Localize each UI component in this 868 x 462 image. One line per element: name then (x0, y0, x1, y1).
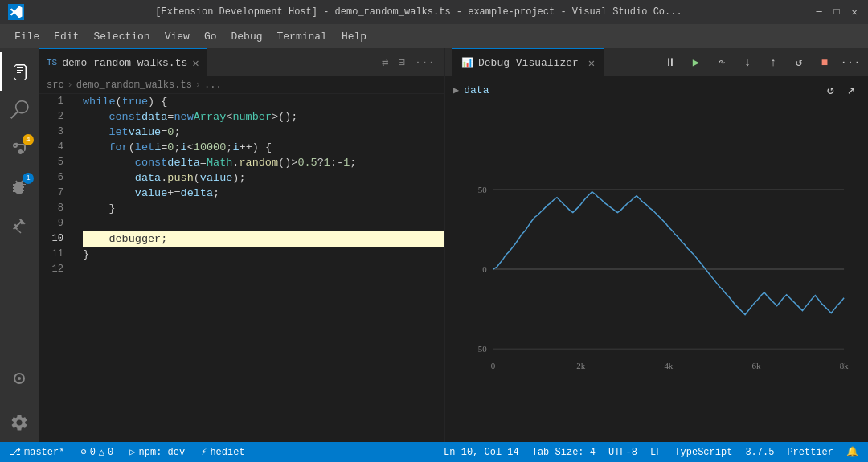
right-panel: 📊 Debug Visualizer ✕ ⏸ ▶ ↷ ↓ ↑ ↺ ■ ··· ▶… (444, 48, 868, 442)
code-editor: 1 2 3 4 5 6 7 8 9 10 11 12 while (true) … (39, 94, 444, 442)
stop-button[interactable]: ■ (813, 51, 836, 74)
more-debug-button[interactable]: ··· (839, 51, 862, 74)
formatter-status[interactable]: Prettier (784, 442, 837, 462)
menu-debug[interactable]: Debug (224, 27, 268, 46)
tab-actions: ⇄ ⊟ ··· (372, 48, 444, 76)
notifications-bell[interactable]: 🔔 (843, 442, 862, 462)
refresh-vis-button[interactable]: ↺ (822, 80, 840, 100)
language-label: TypeScript (674, 447, 732, 458)
tab-close-button[interactable]: ✕ (192, 56, 199, 70)
debug-tab-label: Debug Visualizer (478, 57, 579, 69)
code-line-7: value += delta; (83, 186, 444, 201)
hediet-label: hediet (210, 447, 244, 458)
activity-source-control[interactable]: 4 (0, 129, 39, 168)
menu-view[interactable]: View (158, 27, 196, 46)
error-icon: ⊘ (80, 446, 86, 458)
activity-settings[interactable] (0, 403, 39, 442)
breadcrumb-src[interactable]: src (47, 80, 64, 91)
activity-search[interactable] (0, 91, 39, 129)
debug-badge: 1 (23, 173, 34, 184)
chart-area: 50 0 -50 0 2k 4k 6k 8k (445, 104, 868, 442)
layout-button[interactable]: ⊟ (395, 54, 407, 71)
language-status[interactable]: TypeScript (671, 442, 735, 462)
restart-button[interactable]: ↺ (788, 51, 810, 74)
code-line-12 (83, 262, 444, 277)
activity-extensions[interactable] (0, 206, 39, 245)
hediet-icon: ⚡ (201, 446, 207, 458)
code-line-6: data.push(value); (83, 170, 444, 186)
encoding-label: UTF-8 (608, 447, 637, 458)
code-line-5: const delta = Math.random() > 0.5 ? 1 : … (83, 155, 444, 170)
step-into-button[interactable]: ↓ (736, 51, 759, 74)
error-count: 0 (90, 447, 96, 458)
menu-selection[interactable]: Selection (87, 27, 156, 46)
line-num-3: 3 (39, 125, 68, 140)
tab-size-label: Tab Size: 4 (532, 447, 596, 458)
branch-name: master* (24, 447, 64, 458)
line-num-11: 11 (39, 247, 68, 262)
debug-tab-bar: 📊 Debug Visualizer ✕ ⏸ ▶ ↷ ↓ ↑ ↺ ■ ··· (445, 48, 868, 76)
continue-button[interactable]: ▶ (685, 51, 707, 74)
minimize-button[interactable]: ─ (813, 6, 825, 18)
debug-controls: ⏸ ▶ ↷ ↓ ↑ ↺ ■ ··· (659, 51, 862, 74)
tab-size-status[interactable]: Tab Size: 4 (529, 442, 599, 462)
step-over-button[interactable]: ↷ (710, 51, 733, 74)
version-status: 3.7.5 (742, 442, 777, 462)
run-icon: ▷ (129, 446, 135, 458)
hediet-status[interactable]: ⚡ hediet (198, 442, 248, 462)
cursor-position[interactable]: Ln 10, Col 14 (440, 442, 522, 462)
errors-warnings[interactable]: ⊘ 0 △ 0 (77, 442, 117, 462)
editor-tab[interactable]: TS demo_random_walks.ts ✕ (39, 48, 207, 76)
npm-dev-status[interactable]: ▷ npm: dev (126, 442, 188, 462)
code-line-11: } (83, 247, 444, 262)
code-content[interactable]: while (true) { const data = new Array<nu… (75, 94, 444, 442)
svg-text:50: 50 (478, 185, 487, 194)
line-num-6: 6 (39, 170, 68, 186)
close-button[interactable]: ✕ (849, 6, 860, 18)
menu-terminal[interactable]: Terminal (271, 27, 334, 46)
tab-bar: TS demo_random_walks.ts ✕ ⇄ ⊟ ··· (39, 48, 444, 76)
menu-bar: File Edit Selection View Go Debug Termin… (0, 24, 868, 48)
line-ending-label: LF (650, 447, 661, 458)
code-line-8: } (83, 201, 444, 216)
tab-file-icon: TS (47, 58, 57, 67)
activity-debug[interactable]: 1 (0, 168, 39, 206)
git-branch[interactable]: ⎇ master* (6, 442, 68, 462)
breadcrumb-ellipsis[interactable]: ... (204, 80, 222, 91)
line-num-8: 8 (39, 201, 68, 216)
code-line-2: const data = new Array<number>(); (83, 109, 444, 125)
line-numbers: 1 2 3 4 5 6 7 8 9 10 11 12 (39, 94, 75, 442)
window-title: [Extension Development Host] - demo_rand… (32, 6, 805, 18)
menu-help[interactable]: Help (335, 27, 373, 46)
svg-text:0: 0 (482, 264, 487, 274)
step-out-button[interactable]: ↑ (762, 51, 784, 74)
formatter-label: Prettier (787, 447, 833, 458)
warning-icon: △ (99, 446, 104, 458)
open-external-button[interactable]: ↗ (842, 80, 860, 100)
activity-remote[interactable] (0, 362, 39, 400)
svg-text:6k: 6k (752, 361, 761, 370)
svg-text:4k: 4k (664, 361, 673, 370)
breadcrumb-file[interactable]: demo_random_walks.ts (76, 80, 192, 91)
vscode-logo (8, 4, 24, 20)
debug-visualizer-tab[interactable]: 📊 Debug Visualizer ✕ (452, 48, 604, 76)
menu-go[interactable]: Go (198, 27, 223, 46)
warning-count: 0 (108, 447, 113, 458)
tab-label: demo_random_walks.ts (62, 57, 187, 69)
maximize-button[interactable]: □ (831, 6, 842, 18)
debug-tab-close[interactable]: ✕ (588, 56, 595, 70)
menu-edit[interactable]: Edit (47, 27, 85, 46)
split-editor-button[interactable]: ⇄ (379, 54, 391, 71)
activity-explorer[interactable] (0, 52, 39, 91)
menu-file[interactable]: File (8, 27, 46, 46)
line-num-7: 7 (39, 186, 68, 201)
more-actions-button[interactable]: ··· (411, 55, 438, 71)
npm-dev-label: npm: dev (139, 447, 186, 458)
line-num-4: 4 (39, 140, 68, 155)
line-ending-status[interactable]: LF (647, 442, 665, 462)
svg-text:8k: 8k (840, 361, 849, 370)
encoding-status[interactable]: UTF-8 (605, 442, 641, 462)
pause-button[interactable]: ⏸ (659, 51, 682, 74)
svg-text:0: 0 (491, 361, 496, 370)
visualizer-actions: ↺ ↗ (822, 80, 860, 100)
